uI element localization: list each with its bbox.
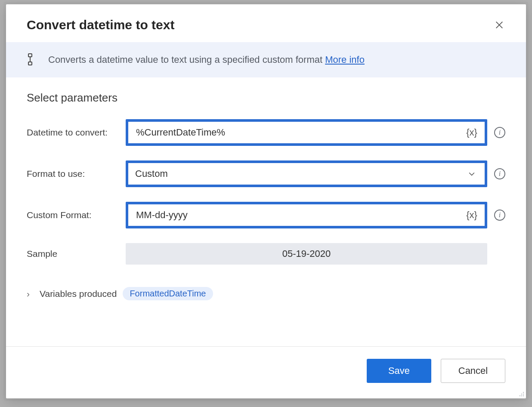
dialog-title: Convert datetime to text bbox=[27, 18, 174, 32]
action-icon bbox=[27, 53, 37, 66]
info-icon[interactable]: i bbox=[494, 168, 505, 179]
svg-point-7 bbox=[523, 394, 524, 395]
svg-point-9 bbox=[521, 395, 522, 396]
custom-format-input[interactable] bbox=[135, 204, 466, 226]
datetime-to-convert-field[interactable]: {x} bbox=[126, 119, 487, 146]
svg-point-8 bbox=[520, 395, 520, 396]
variable-picker-icon[interactable]: {x} bbox=[466, 126, 478, 139]
custom-format-label: Custom Format: bbox=[27, 210, 126, 220]
sample-label: Sample bbox=[27, 249, 126, 259]
sample-output: 05-19-2020 bbox=[126, 243, 487, 265]
variable-chip-formatted-datetime[interactable]: FormattedDateTime bbox=[123, 287, 213, 300]
variables-produced-section[interactable]: › Variables produced FormattedDateTime bbox=[27, 287, 505, 300]
description-band: Converts a datetime value to text using … bbox=[6, 42, 526, 77]
datetime-to-convert-input[interactable] bbox=[135, 122, 466, 143]
row-sample: Sample 05-19-2020 bbox=[27, 243, 505, 265]
close-button[interactable] bbox=[492, 17, 507, 33]
convert-datetime-dialog: Convert datetime to text Converts a date… bbox=[6, 4, 526, 398]
svg-rect-2 bbox=[28, 54, 32, 57]
format-to-use-label: Format to use: bbox=[27, 169, 126, 179]
chevron-right-icon: › bbox=[27, 289, 34, 299]
row-format-to-use: Format to use: Custom i bbox=[27, 160, 505, 187]
more-info-link[interactable]: More info bbox=[325, 54, 365, 65]
description-text: Converts a datetime value to text using … bbox=[48, 54, 365, 65]
chevron-down-icon bbox=[466, 168, 478, 180]
dialog-body: Select parameters Datetime to convert: {… bbox=[6, 77, 526, 346]
dialog-header: Convert datetime to text bbox=[6, 4, 526, 42]
dialog-footer: Save Cancel bbox=[6, 346, 526, 398]
cancel-button[interactable]: Cancel bbox=[441, 359, 505, 383]
svg-point-5 bbox=[523, 392, 524, 393]
info-icon[interactable]: i bbox=[494, 127, 505, 138]
custom-format-field[interactable]: {x} bbox=[126, 202, 487, 228]
resize-grip-icon[interactable] bbox=[517, 390, 524, 397]
format-to-use-value: Custom bbox=[135, 168, 466, 179]
description-text-content: Converts a datetime value to text using … bbox=[48, 54, 325, 65]
row-datetime-to-convert: Datetime to convert: {x} i bbox=[27, 119, 505, 146]
svg-point-6 bbox=[521, 394, 522, 395]
close-icon bbox=[495, 20, 504, 30]
variable-picker-icon[interactable]: {x} bbox=[466, 209, 478, 221]
info-icon[interactable]: i bbox=[494, 210, 505, 221]
row-custom-format: Custom Format: {x} i bbox=[27, 202, 505, 228]
svg-rect-4 bbox=[28, 62, 32, 65]
parameters-section-title: Select parameters bbox=[27, 91, 505, 105]
format-to-use-select[interactable]: Custom bbox=[126, 160, 487, 187]
save-button[interactable]: Save bbox=[367, 359, 431, 383]
svg-point-10 bbox=[523, 395, 524, 396]
variables-produced-label: Variables produced bbox=[40, 289, 117, 299]
datetime-to-convert-label: Datetime to convert: bbox=[27, 127, 126, 138]
